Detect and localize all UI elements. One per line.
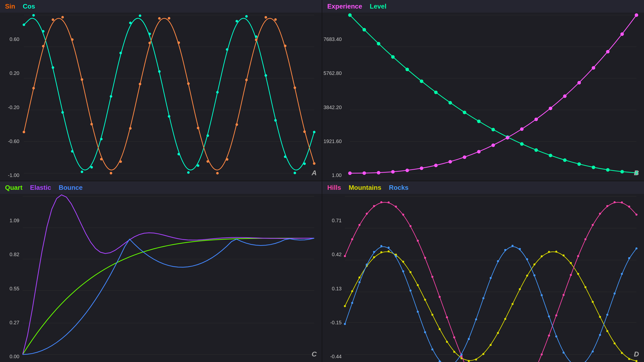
canvas-c [0,194,322,362]
panel-c-corner: C [312,350,317,358]
panel-b-header: Experience Level [322,0,644,13]
panel-a-chart [0,13,322,181]
panel-c-chart [0,194,322,362]
canvas-d [322,194,644,362]
panel-d-chart [322,194,644,362]
tab-rocks[interactable]: Rocks [389,184,409,192]
panel-b: Experience Level B 9604.00 7683.40 5762.… [322,0,644,181]
panel-a-corner: A [312,169,317,177]
tab-sin[interactable]: Sin [5,3,15,10]
tab-elastic[interactable]: Elastic [30,184,51,192]
tab-hills[interactable]: Hills [327,184,341,192]
panel-b-chart [322,13,644,181]
tab-bounce[interactable]: Bounce [59,184,83,192]
panel-c: Quart Elastic Bounce C 1.36 1.09 0.82 0.… [0,181,322,362]
panel-d-header: Hills Mountains Rocks [322,181,644,194]
canvas-a [0,13,322,181]
main-grid: Sin Cos A 1.00 0.60 0.20 -0.20 -0.60 -1.… [0,0,644,362]
tab-experience[interactable]: Experience [327,3,362,10]
tab-cos[interactable]: Cos [23,3,35,10]
panel-b-corner: B [634,169,639,177]
tab-quart[interactable]: Quart [5,184,22,192]
panel-a-header: Sin Cos [0,0,322,13]
canvas-b [322,13,644,181]
panel-c-header: Quart Elastic Bounce [0,181,322,194]
panel-d: Hills Mountains Rocks D 1.00 0.71 0.42 0… [322,181,644,362]
panel-d-corner: D [634,350,639,358]
tab-level[interactable]: Level [370,3,387,10]
panel-a: Sin Cos A 1.00 0.60 0.20 -0.20 -0.60 -1.… [0,0,322,181]
tab-mountains[interactable]: Mountains [349,184,381,192]
